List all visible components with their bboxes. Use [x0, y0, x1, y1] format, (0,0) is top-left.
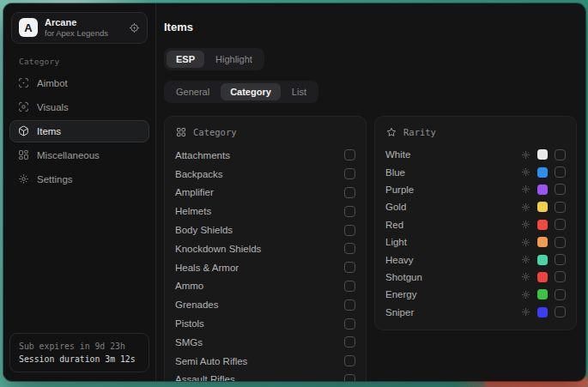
rarity-checkbox[interactable]: [555, 219, 566, 230]
gear-icon[interactable]: [521, 167, 530, 177]
box-icon: [18, 125, 29, 136]
category-checkbox[interactable]: [344, 187, 355, 198]
category-row-label: Semi Auto Rifles: [175, 356, 247, 366]
sidebar-item-miscellaneous[interactable]: Miscellaneous: [9, 144, 149, 166]
rarity-color-swatch[interactable]: [537, 272, 548, 282]
rarity-checkbox[interactable]: [555, 289, 566, 300]
category-checkbox[interactable]: [344, 336, 355, 348]
rarity-row: Energy: [385, 286, 566, 303]
category-row-label: Attachments: [175, 150, 230, 160]
rarity-row-label: Gold: [385, 202, 406, 212]
sidebar-item-visuals[interactable]: Visuals: [9, 96, 149, 118]
rarity-color-swatch[interactable]: [537, 202, 548, 212]
rarity-checkbox[interactable]: [555, 202, 566, 213]
tab-general[interactable]: General: [167, 83, 219, 100]
rarity-color-swatch[interactable]: [537, 289, 548, 299]
rarity-color-swatch[interactable]: [537, 184, 548, 195]
sidebar-item-label: Aimbot: [37, 78, 68, 88]
gear-icon[interactable]: [521, 238, 530, 247]
rarity-color-swatch[interactable]: [537, 149, 548, 160]
category-panel-title: Category: [193, 127, 237, 137]
category-checkbox[interactable]: [344, 149, 355, 160]
gear-icon[interactable]: [521, 220, 530, 229]
rarity-row-label: Shotgun: [385, 272, 422, 282]
category-row: Helmets: [175, 202, 355, 221]
rarity-row-label: Light: [385, 237, 407, 247]
rarity-row-label: White: [385, 149, 410, 160]
category-checkbox[interactable]: [344, 299, 355, 311]
rarity-row-controls: [521, 237, 566, 248]
category-row-label: Heals & Armor: [175, 263, 239, 273]
category-checkbox[interactable]: [344, 168, 355, 179]
rarity-color-swatch[interactable]: [537, 237, 548, 247]
category-row-label: Ammo: [175, 281, 203, 291]
tab-category[interactable]: Category: [221, 83, 281, 100]
subscription-info-card: Sub expires in 9d 23h Session duration 3…: [9, 333, 149, 372]
eye-icon: [18, 101, 29, 112]
tab-esp[interactable]: ESP: [167, 51, 204, 68]
gear-icon[interactable]: [521, 307, 530, 317]
category-checkbox[interactable]: [344, 318, 355, 330]
category-panel: Category Attachments Backpacks Amplifier: [164, 116, 367, 381]
rarity-color-swatch[interactable]: [537, 307, 548, 317]
rarity-row: Purple: [385, 181, 566, 198]
category-checkbox[interactable]: [344, 243, 355, 254]
sidebar-item-aimbot[interactable]: Aimbot: [9, 72, 149, 94]
rarity-color-swatch[interactable]: [537, 255, 548, 265]
category-checkbox[interactable]: [344, 355, 355, 366]
app-meta: Arcane for Apex Legends: [45, 17, 122, 39]
gear-icon[interactable]: [521, 255, 530, 264]
rarity-row: Light: [385, 233, 566, 251]
rarity-row-controls: [521, 184, 566, 195]
rarity-row-controls: [521, 254, 566, 265]
tab-highlight[interactable]: Highlight: [206, 51, 262, 68]
category-row-label: Knockdown Shields: [175, 244, 261, 254]
mode-tabs: ESP Highlight: [164, 48, 264, 70]
category-row-label: Pistols: [175, 318, 204, 329]
gear-icon[interactable]: [521, 150, 530, 160]
gear-icon[interactable]: [521, 290, 530, 299]
sub-expires-text: Sub expires in 9d 23h: [19, 340, 140, 353]
category-row-label: Body Shields: [175, 225, 233, 235]
tab-list[interactable]: List: [282, 83, 316, 100]
category-checkbox[interactable]: [344, 281, 355, 292]
gear-icon[interactable]: [521, 203, 530, 212]
gear-icon[interactable]: [521, 272, 530, 281]
rarity-color-swatch[interactable]: [537, 220, 548, 230]
rarity-row-controls: [521, 306, 566, 317]
view-tabs: General Category List: [164, 81, 318, 103]
rarity-row-label: Blue: [385, 167, 405, 178]
category-rows: Attachments Backpacks Amplifier Helmets: [175, 146, 355, 381]
category-row: Pistols: [175, 314, 355, 333]
rarity-checkbox[interactable]: [555, 306, 566, 317]
category-row: Heals & Armor: [175, 258, 355, 277]
rarity-color-swatch[interactable]: [537, 167, 548, 178]
rarity-checkbox[interactable]: [555, 149, 566, 160]
main-content: Items ESP Highlight General Category Lis…: [156, 3, 585, 381]
app-subtitle: for Apex Legends: [45, 29, 122, 39]
category-checkbox[interactable]: [344, 206, 355, 217]
sidebar: A Arcane for Apex Legends Category: [3, 3, 156, 381]
category-row: Amplifier: [175, 184, 355, 203]
rarity-row: Gold: [385, 198, 566, 215]
rarity-checkbox[interactable]: [555, 237, 566, 248]
rarity-panel-title: Rarity: [403, 127, 436, 137]
category-checkbox[interactable]: [344, 225, 355, 236]
crosshair-icon: [18, 77, 29, 88]
rarity-checkbox[interactable]: [555, 166, 566, 178]
category-row: Semi Auto Rifles: [175, 352, 355, 371]
rarity-row: Heavy: [385, 251, 566, 268]
sidebar-item-items[interactable]: Items: [9, 120, 149, 142]
sidebar-item-settings[interactable]: Settings: [9, 168, 149, 190]
rarity-checkbox[interactable]: [555, 184, 566, 195]
target-icon[interactable]: [129, 22, 140, 33]
rarity-checkbox[interactable]: [555, 271, 566, 282]
category-row: Knockdown Shields: [175, 239, 355, 258]
category-checkbox[interactable]: [344, 262, 355, 273]
rarity-checkbox[interactable]: [555, 254, 566, 265]
rarity-rows: White: [385, 146, 566, 321]
category-checkbox[interactable]: [344, 374, 355, 381]
rarity-row-label: Red: [385, 220, 403, 230]
rarity-row-controls: [521, 271, 566, 282]
gear-icon[interactable]: [521, 184, 530, 194]
